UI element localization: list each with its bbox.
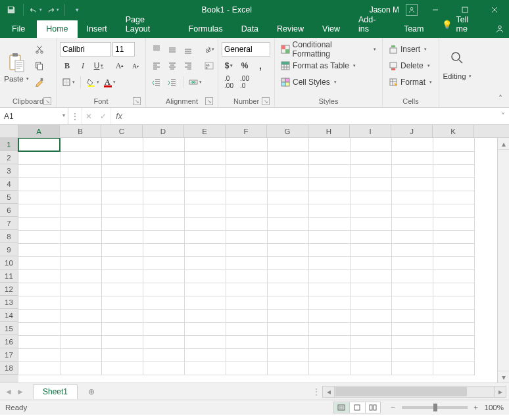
cell[interactable] [433,335,474,348]
wrap-text-button[interactable]: abc [202,58,216,73]
insert-cells-button[interactable]: Insert▾ [386,42,435,57]
cell[interactable] [350,217,391,230]
row-header[interactable]: 5 [0,191,18,204]
comma-format-button[interactable]: , [253,58,268,73]
cell[interactable] [391,283,433,296]
cell[interactable] [18,204,60,217]
cell[interactable] [433,296,474,309]
view-page-break-button[interactable] [365,402,381,413]
column-header[interactable]: J [391,125,433,137]
cell[interactable] [60,151,101,164]
cell[interactable] [226,283,267,296]
cut-button[interactable] [32,42,47,57]
cell[interactable] [433,243,474,256]
scroll-up-icon[interactable]: ▴ [498,138,509,150]
cells-area[interactable] [18,138,497,383]
cancel-formula-button[interactable]: ✕ [82,112,96,121]
cell[interactable] [184,177,226,191]
cell[interactable] [184,243,226,256]
tab-home[interactable]: Home [37,20,77,38]
cell[interactable] [267,191,308,204]
cell[interactable] [143,243,184,256]
cell[interactable] [143,296,184,309]
tab-data[interactable]: Data [232,20,268,38]
cell[interactable] [226,191,267,204]
cell[interactable] [226,217,267,230]
cell[interactable] [184,283,226,296]
row-header[interactable]: 14 [0,309,18,322]
redo-icon[interactable]: ▾ [45,3,60,17]
cell[interactable] [308,296,350,309]
row-header[interactable]: 2 [0,151,18,164]
cell[interactable] [184,151,226,164]
cell[interactable] [350,348,391,362]
cell[interactable] [101,191,143,204]
cell[interactable] [267,309,308,322]
cell[interactable] [143,151,184,164]
column-header[interactable]: C [101,125,143,137]
cell[interactable] [433,283,474,296]
cell[interactable] [184,191,226,204]
cell[interactable] [18,269,60,283]
align-top-button[interactable] [149,42,164,57]
scroll-left-icon[interactable]: ◂ [323,386,335,397]
cell[interactable] [143,191,184,204]
align-left-button[interactable] [149,58,164,73]
cell[interactable] [391,362,433,375]
cell[interactable] [184,309,226,322]
new-sheet-button[interactable]: ⊕ [84,385,99,399]
cell[interactable] [308,269,350,283]
underline-button[interactable]: U▾ [91,58,106,73]
expand-formula-bar-button[interactable]: ˅ [497,108,509,124]
sheet-tab[interactable]: Sheet1 [33,385,78,399]
cell[interactable] [350,309,391,322]
cell[interactable] [391,191,433,204]
cell[interactable] [184,296,226,309]
cell[interactable] [226,177,267,191]
fill-color-button[interactable]: ▾ [84,75,101,89]
cell[interactable] [433,362,474,375]
delete-cells-button[interactable]: Delete▾ [386,58,435,73]
cell[interactable] [267,283,308,296]
cell[interactable] [226,138,267,151]
paste-button[interactable]: Paste▾ [3,41,30,93]
cell[interactable] [18,243,60,256]
row-header[interactable]: 18 [0,362,18,375]
cell[interactable] [433,217,474,230]
share-icon[interactable] [490,19,509,38]
cell[interactable] [18,348,60,362]
cell[interactable] [308,283,350,296]
align-center-button[interactable] [165,58,180,73]
cell[interactable] [267,217,308,230]
cell[interactable] [18,362,60,375]
number-format-combo[interactable] [222,42,270,57]
font-size-combo[interactable] [112,42,135,57]
cell[interactable] [226,322,267,335]
cell[interactable] [308,217,350,230]
cell[interactable] [101,230,143,243]
cell[interactable] [267,204,308,217]
cell[interactable] [18,283,60,296]
cell[interactable] [350,256,391,269]
cell[interactable] [433,177,474,191]
tab-addins[interactable]: Add-ins [349,11,395,38]
copy-button[interactable] [32,58,47,73]
cell[interactable] [184,322,226,335]
cell[interactable] [101,243,143,256]
cell[interactable] [226,269,267,283]
cell[interactable] [143,217,184,230]
save-icon[interactable] [4,3,18,17]
scroll-down-icon[interactable]: ▾ [498,371,509,383]
row-header[interactable]: 12 [0,283,18,296]
cell[interactable] [101,283,143,296]
cell[interactable] [391,243,433,256]
cell[interactable] [101,362,143,375]
cell[interactable] [267,348,308,362]
cell[interactable] [60,230,101,243]
cell[interactable] [226,164,267,177]
clipboard-dialog-launcher[interactable]: ↘ [43,97,51,105]
cell[interactable] [101,256,143,269]
align-right-button[interactable] [181,58,195,73]
cell[interactable] [101,322,143,335]
select-all-corner[interactable] [0,125,18,137]
